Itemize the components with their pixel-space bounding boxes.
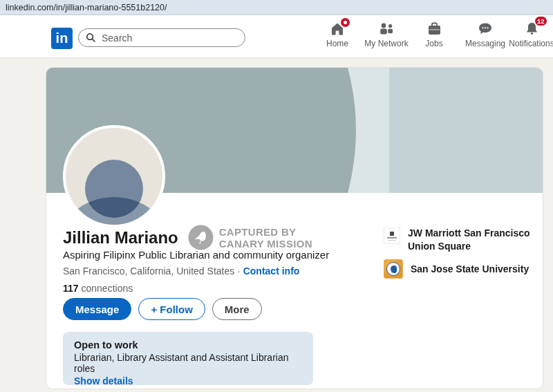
contact-info-link[interactable]: Contact info <box>243 265 300 277</box>
nav-item-label: Jobs <box>425 39 442 48</box>
jobs-icon <box>427 21 442 36</box>
connections-count: 117 <box>63 283 79 294</box>
message-button[interactable]: Message <box>63 298 131 320</box>
nav-item-my-network[interactable]: My Network <box>357 21 415 54</box>
nav-item-notifications[interactable]: 12 Notifications <box>507 21 553 54</box>
sjsu-logo <box>384 259 403 279</box>
current-company-item[interactable]: JW Marriott San Francisco Union Square <box>384 227 536 253</box>
home-icon <box>330 21 345 36</box>
nav-item-label: Home <box>326 39 348 48</box>
linkedin-logo[interactable]: in <box>51 28 73 49</box>
entity-name: San Jose State University <box>411 263 529 276</box>
page-url: linkedin.com/in/jillian-mariano-5551b212… <box>6 3 167 12</box>
search-input[interactable]: Search <box>78 28 245 47</box>
entity-name: JW Marriott San Francisco Union Square <box>408 227 536 253</box>
search-icon <box>86 32 96 43</box>
search-placeholder: Search <box>102 32 132 44</box>
profile-headline: Aspiring Filipinx Public Librarian and c… <box>63 249 329 261</box>
education-item[interactable]: San Jose State University <box>384 259 536 279</box>
more-button[interactable]: More <box>212 298 262 320</box>
location-row: San Francisco, California, United States… <box>63 265 299 277</box>
my-network-icon <box>378 21 395 36</box>
profile-location: San Francisco, California, United States <box>63 265 234 277</box>
open-to-work-banner: Open to work Librarian, Library Assistan… <box>63 332 313 385</box>
nav-item-label: My Network <box>364 39 408 48</box>
profile-card: Jillian Mariano CAPTURED BY CANARY MISSI… <box>46 67 543 389</box>
nav-item-jobs[interactable]: Jobs <box>415 21 453 54</box>
open-to-work-title: Open to work <box>74 339 302 351</box>
connections-row[interactable]: 117 connections <box>63 283 133 294</box>
nav-item-label: Messaging <box>465 39 505 48</box>
browser-address-bar[interactable]: linkedin.com/in/jillian-mariano-5551b212… <box>0 0 553 15</box>
follow-button[interactable]: + Follow <box>138 298 205 320</box>
nav-item-home[interactable]: Home <box>318 21 357 54</box>
notifications-badge: 12 <box>535 17 547 26</box>
canary-bird-icon <box>188 225 214 250</box>
messaging-icon <box>478 21 493 36</box>
connections-label: connections <box>79 283 133 294</box>
profile-name: Jillian Mariano <box>63 228 178 248</box>
linkedin-logo-text: in <box>56 30 68 46</box>
nav-item-messaging[interactable]: Messaging <box>460 21 510 54</box>
profile-photo[interactable] <box>63 125 165 227</box>
open-to-work-roles: Librarian, Library Assistant and Assista… <box>74 352 302 374</box>
jw-marriott-logo <box>384 227 400 244</box>
watermark: CAPTURED BY CANARY MISSION <box>188 225 312 250</box>
nav-item-label: Notifications <box>509 39 553 48</box>
home-badge-dot <box>341 18 350 27</box>
watermark-text: CAPTURED BY CANARY MISSION <box>219 226 312 250</box>
bell-icon: 12 <box>525 21 539 36</box>
show-details-link[interactable]: Show details <box>74 375 302 386</box>
entities-list: JW Marriott San Francisco Union Square S… <box>384 227 536 279</box>
